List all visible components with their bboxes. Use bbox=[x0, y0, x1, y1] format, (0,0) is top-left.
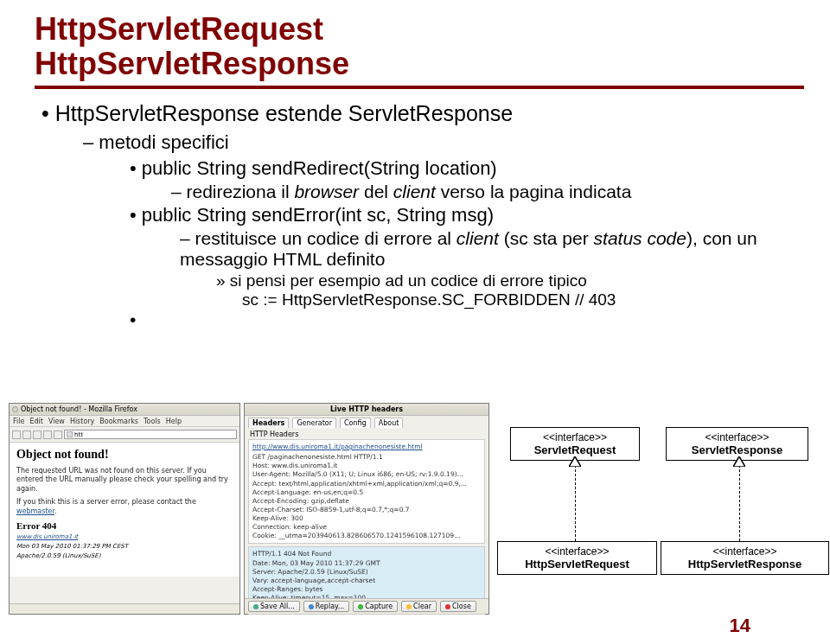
browser-window: Object not found! - Mozilla Firefox File… bbox=[9, 403, 240, 615]
error-text-1: The requested URL was not found on this … bbox=[16, 467, 233, 494]
page-number: 14 bbox=[730, 615, 750, 637]
back-button[interactable] bbox=[12, 430, 21, 439]
browser-title: Object not found! - Mozilla Firefox bbox=[21, 405, 137, 413]
error-text-2: If you think this is a server error, ple… bbox=[16, 498, 233, 516]
arrow-head-icon bbox=[733, 456, 745, 467]
forward-button[interactable] bbox=[22, 430, 31, 439]
bullet-l4a: redireziona il browser del client verso … bbox=[171, 182, 804, 202]
svg-marker-1 bbox=[733, 456, 745, 467]
close-icon bbox=[445, 604, 450, 609]
request-url: http://www.dis.uniroma1.it/paginachenone… bbox=[252, 443, 481, 451]
browser-titlebar: Object not found! - Mozilla Firefox bbox=[10, 404, 239, 416]
bullet-l1: • HttpServletResponse estende ServletRes… bbox=[42, 101, 804, 126]
error-heading: Object not found! bbox=[16, 448, 233, 462]
clear-icon bbox=[406, 604, 412, 609]
tab-generator[interactable]: Generator bbox=[292, 418, 336, 428]
webmaster-link[interactable]: webmaster bbox=[16, 507, 54, 515]
bullet-l3a: • public String sendRedirect(String loca… bbox=[130, 157, 804, 180]
browser-toolbar: htt bbox=[10, 427, 239, 443]
server-sig: Apache/2.0.59 (Linux/SuSE) bbox=[16, 552, 233, 559]
capture-icon bbox=[358, 604, 363, 609]
save-all-button[interactable]: Save All... bbox=[248, 601, 300, 612]
reload-button[interactable] bbox=[33, 430, 42, 439]
bullet-l3b: • public String sendError(int sc, String… bbox=[130, 204, 804, 226]
request-box: http://www.dis.uniroma1.it/paginachenone… bbox=[248, 439, 485, 544]
browser-menu[interactable]: File Edit View History Bookmarks Tools H… bbox=[10, 416, 239, 427]
uml-arrow-right bbox=[739, 465, 740, 541]
bullet-l2: metodi specifici bbox=[83, 131, 804, 154]
bullet-l5: si pensi per esempio ad un codice di err… bbox=[216, 271, 804, 290]
stop-button[interactable] bbox=[43, 430, 52, 439]
close-button[interactable]: Close bbox=[440, 601, 476, 612]
headers-buttonbar: Save All... Replay... Capture Clear Clos… bbox=[245, 598, 488, 614]
clear-button[interactable]: Clear bbox=[401, 601, 437, 612]
title-line2: HttpServletResponse bbox=[35, 46, 349, 81]
headers-titlebar: Live HTTP headers bbox=[245, 404, 488, 416]
server-link[interactable]: www.dis.uniroma1.it bbox=[16, 533, 78, 540]
slide-title: HttpServletRequest HttpServletResponse bbox=[35, 12, 804, 80]
arrow-head-icon bbox=[569, 456, 581, 467]
save-icon bbox=[253, 604, 259, 609]
replay-button[interactable]: Replay... bbox=[303, 601, 350, 612]
sc-line: sc := HttpServletResponse.SC_FORBIDDEN /… bbox=[242, 290, 804, 309]
home-button[interactable] bbox=[54, 430, 62, 439]
capture-button[interactable]: Capture bbox=[353, 601, 398, 612]
timestamp: Mon 03 May 2010 01:37:29 PM CEST bbox=[16, 543, 233, 550]
http-headers-window: Live HTTP headers Headers Generator Conf… bbox=[244, 403, 489, 615]
tab-config[interactable]: Config bbox=[340, 418, 371, 428]
svg-marker-0 bbox=[569, 456, 581, 467]
titlebar-icon bbox=[12, 406, 18, 412]
title-line1: HttpServletRequest bbox=[35, 11, 323, 47]
uml-httpservletresponse: <<interface>> HttpServletResponse bbox=[661, 541, 829, 575]
tab-headers[interactable]: Headers bbox=[248, 418, 289, 428]
bullet-l4b: restituisce un codice di errore al clien… bbox=[180, 228, 804, 270]
uml-arrow-left bbox=[575, 465, 576, 541]
browser-viewport: Object not found! The requested URL was … bbox=[10, 443, 239, 577]
favicon-icon bbox=[67, 431, 73, 437]
headers-section-label: HTTP Headers bbox=[245, 428, 488, 439]
replay-icon bbox=[309, 604, 314, 609]
uml-httpservletrequest: <<interface>> HttpServletRequest bbox=[497, 541, 657, 575]
headers-tabs[interactable]: Headers Generator Config About bbox=[245, 416, 488, 428]
tab-about[interactable]: About bbox=[374, 418, 404, 428]
title-rule bbox=[35, 86, 804, 89]
address-bar[interactable]: htt bbox=[64, 430, 237, 439]
browser-statusbar bbox=[10, 603, 239, 614]
error-code: Error 404 bbox=[16, 520, 233, 531]
